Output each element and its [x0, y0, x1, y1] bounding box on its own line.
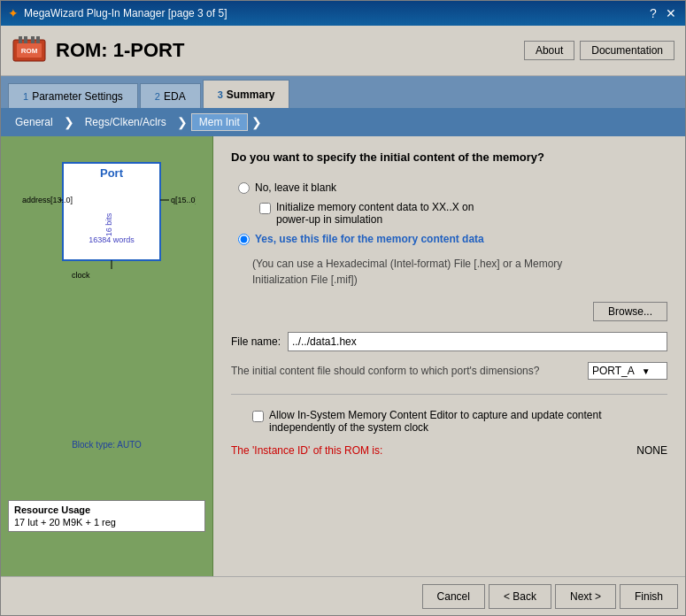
title-controls: ? ✕	[646, 7, 678, 19]
tab1-number: 1	[23, 91, 28, 102]
tab2-label: EDA	[164, 90, 186, 103]
instance-label: The 'Instance ID' of this ROM is:	[231, 444, 382, 457]
main-content: Port 16 bits 16384 words address[13..0] …	[1, 136, 685, 576]
help-text: (You can use a Hexadecimal (Intel-format…	[252, 256, 667, 288]
tab-eda[interactable]: 2 EDA	[140, 83, 201, 108]
resource-usage-value: 17 lut + 20 M9K + 1 reg	[14, 517, 199, 527]
bottom-bar: Cancel < Back Next > Finish	[1, 576, 685, 615]
radio-yes-file: Yes, use this file for the memory conten…	[238, 233, 667, 245]
checkbox-init-input[interactable]	[259, 203, 271, 214]
port-dropdown-value: PORT_A	[592, 365, 635, 377]
main-window: ✦ MegaWizard Plug-In Manager [page 3 of …	[0, 0, 686, 616]
help-btn[interactable]: ?	[646, 7, 660, 19]
radio-yes-file-input[interactable]	[238, 234, 250, 245]
left-panel: Port 16 bits 16384 words address[13..0] …	[1, 136, 213, 576]
resource-usage: Resource Usage 17 lut + 20 M9K + 1 reg	[8, 500, 205, 532]
svg-text:16384 words: 16384 words	[89, 235, 135, 244]
svg-text:Port: Port	[100, 166, 124, 180]
rom-title-text: ROM: 1-PORT	[56, 39, 184, 62]
conform-text: The initial content file should conform …	[231, 365, 581, 377]
checkbox-init-memory: Initialize memory content data to XX..X …	[259, 201, 667, 226]
header-buttons: About Documentation	[524, 41, 674, 60]
block-type-label: Block type: AUTO	[19, 440, 196, 450]
window-title: MegaWizard Plug-In Manager [page 3 of 5]	[24, 7, 227, 19]
rom-title: ROM ROM: 1-PORT	[12, 33, 184, 68]
allow-editor-checkbox: Allow In-System Memory Content Editor to…	[252, 409, 667, 434]
tab1-label: Parameter Settings	[32, 90, 123, 103]
filename-row: File name:	[231, 332, 667, 351]
diagram-container: Port 16 bits 16384 words address[13..0] …	[19, 145, 196, 450]
svg-rect-6	[36, 36, 40, 43]
browse-button[interactable]: Browse...	[593, 302, 667, 321]
browse-row: Browse...	[231, 302, 667, 321]
tab-summary[interactable]: 3 Summary	[203, 80, 290, 108]
instance-row: The 'Instance ID' of this ROM is: NONE	[231, 444, 667, 457]
nav-regs[interactable]: Regs/Clken/Aclrs	[78, 114, 173, 130]
tab-parameter-settings[interactable]: 1 Parameter Settings	[8, 83, 138, 108]
allow-editor-input[interactable]	[252, 411, 264, 422]
rom-icon: ROM	[12, 33, 47, 68]
tab3-number: 3	[218, 89, 223, 100]
next-button[interactable]: Next >	[555, 584, 616, 609]
svg-text:16 bits: 16 bits	[104, 212, 113, 236]
app-icon: ✦	[8, 6, 19, 20]
finish-button[interactable]: Finish	[620, 584, 678, 609]
dropdown-arrow-icon: ▼	[642, 366, 651, 376]
tabs-row: 1 Parameter Settings 2 EDA 3 Summary	[1, 76, 685, 108]
svg-rect-3	[19, 36, 22, 43]
nav-general[interactable]: General	[8, 114, 60, 130]
svg-text:q[15..0]: q[15..0]	[171, 196, 196, 204]
nav-arrow-1: ❯	[64, 115, 74, 129]
documentation-button[interactable]: Documentation	[580, 41, 674, 60]
svg-text:clock: clock	[72, 271, 90, 280]
nav-row: General ❯ Regs/Clken/Aclrs ❯ Mem Init ❯	[1, 108, 685, 136]
radio-group: No, leave it blank Initialize memory con…	[238, 181, 667, 245]
radio-no-blank: No, leave it blank	[238, 181, 667, 194]
right-panel: Do you want to specify the initial conte…	[213, 136, 685, 576]
question-text: Do you want to specify the initial conte…	[231, 150, 667, 164]
nav-mem-init[interactable]: Mem Init	[191, 113, 248, 131]
tab3-label: Summary	[227, 89, 275, 101]
radio-no-blank-input[interactable]	[238, 182, 250, 194]
checkbox-init-label: Initialize memory content data to XX..X …	[276, 201, 474, 226]
port-diagram-svg: Port 16 bits 16384 words address[13..0] …	[19, 145, 196, 287]
nav-arrow-2: ❯	[177, 115, 188, 129]
cancel-button[interactable]: Cancel	[422, 584, 485, 609]
title-bar-left: ✦ MegaWizard Plug-In Manager [page 3 of …	[8, 6, 227, 20]
radio-no-blank-label: No, leave it blank	[255, 181, 336, 194]
close-btn[interactable]: ✕	[664, 7, 678, 19]
divider	[231, 394, 667, 395]
nav-arrow-3: ❯	[251, 115, 262, 129]
svg-text:ROM: ROM	[21, 47, 38, 55]
svg-rect-4	[24, 36, 27, 43]
radio-yes-file-label: Yes, use this file for the memory conten…	[255, 233, 484, 245]
svg-rect-5	[31, 36, 35, 43]
back-button[interactable]: < Back	[489, 584, 551, 609]
resource-usage-title: Resource Usage	[14, 504, 199, 515]
filename-label: File name:	[231, 335, 281, 348]
filename-input[interactable]	[288, 332, 667, 351]
conform-row: The initial content file should conform …	[231, 362, 667, 380]
header-area: ROM ROM: 1-PORT About Documentation	[1, 26, 685, 76]
svg-text:address[13..0]: address[13..0]	[22, 196, 73, 204]
tab2-number: 2	[155, 91, 160, 102]
title-bar: ✦ MegaWizard Plug-In Manager [page 3 of …	[1, 1, 685, 26]
allow-editor-label: Allow In-System Memory Content Editor to…	[269, 409, 667, 434]
about-button[interactable]: About	[524, 41, 574, 60]
port-dropdown[interactable]: PORT_A ▼	[588, 362, 667, 380]
instance-value: NONE	[636, 444, 667, 457]
